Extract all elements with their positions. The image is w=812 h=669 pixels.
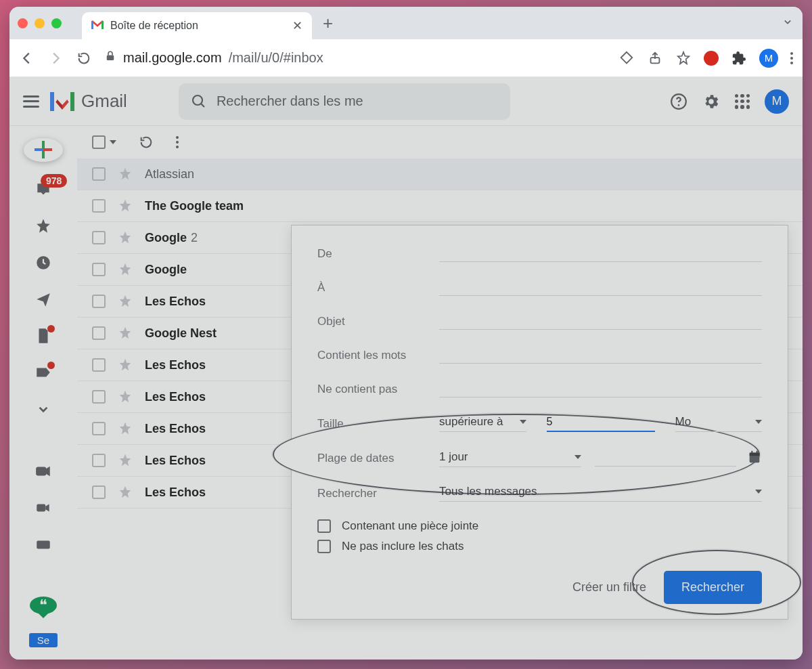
has-words-input[interactable] — [439, 347, 762, 364]
row-checkbox[interactable] — [92, 231, 106, 244]
bookmark-star-icon[interactable] — [675, 50, 692, 66]
extensions-puzzle-icon[interactable] — [731, 50, 747, 66]
row-checkbox[interactable] — [92, 167, 106, 181]
size-unit-select[interactable]: Mo — [675, 415, 763, 432]
daterange-input[interactable] — [595, 450, 737, 467]
compose-button[interactable] — [24, 138, 63, 162]
to-input[interactable] — [439, 280, 762, 296]
more-icon[interactable] — [34, 400, 53, 418]
select-all[interactable] — [92, 135, 116, 149]
row-star-icon[interactable] — [118, 389, 133, 404]
searchin-select[interactable]: Tous les messages — [439, 485, 762, 502]
row-checkbox[interactable] — [92, 485, 106, 499]
new-tab-button[interactable]: + — [323, 13, 333, 34]
menu-hamburger-icon[interactable] — [23, 95, 39, 108]
minimize-window[interactable] — [35, 18, 45, 28]
share-icon[interactable] — [647, 50, 663, 66]
mail-row[interactable]: Atlassian — [77, 158, 803, 190]
daterange-select[interactable]: 1 jour — [439, 450, 581, 467]
row-star-icon[interactable] — [118, 294, 133, 309]
row-checkbox[interactable] — [92, 422, 106, 435]
labels-icon[interactable] — [34, 364, 53, 381]
meet-camera-icon[interactable] — [34, 462, 53, 480]
tabs-dropdown-icon[interactable] — [781, 15, 794, 31]
hangouts-icon[interactable]: ❝ — [30, 597, 57, 614]
snoozed-icon[interactable] — [34, 254, 53, 272]
row-star-icon[interactable] — [118, 326, 133, 341]
sender: Google — [145, 263, 187, 277]
sender: Les Echos — [145, 358, 206, 372]
drafts-icon[interactable] — [34, 327, 53, 345]
close-tab-icon[interactable]: ✕ — [292, 18, 302, 33]
has-attachment-check[interactable]: Contenant une pièce jointe — [317, 519, 762, 533]
row-star-icon[interactable] — [118, 453, 133, 468]
daterange-label: Plage de dates — [317, 452, 439, 465]
keyboard-icon[interactable] — [34, 536, 53, 553]
row-star-icon[interactable] — [118, 262, 133, 277]
toolbar-right: M — [618, 49, 793, 68]
calendar-icon[interactable] — [747, 450, 762, 467]
extension-red-icon[interactable] — [704, 51, 719, 66]
row-checkbox[interactable] — [92, 358, 106, 372]
gmail-logo[interactable]: Gmail — [50, 91, 127, 112]
svg-rect-8 — [37, 468, 45, 475]
row-checkbox[interactable] — [92, 454, 106, 467]
size-op-select[interactable]: supérieure à — [439, 415, 526, 432]
sender: The Google team — [145, 199, 244, 213]
row-star-icon[interactable] — [118, 485, 133, 500]
gmail-logo-icon — [50, 92, 74, 111]
row-star-icon[interactable] — [118, 358, 133, 372]
browser-window: Boîte de réception ✕ + mail.google.com/m… — [9, 7, 803, 660]
row-star-icon[interactable] — [118, 230, 133, 245]
row-star-icon[interactable] — [118, 421, 133, 436]
svg-point-6 — [678, 104, 680, 106]
from-input[interactable] — [439, 246, 762, 262]
back-icon[interactable] — [19, 50, 35, 66]
exclude-chats-check[interactable]: Ne pas inclure les chats — [317, 540, 762, 553]
settings-gear-icon[interactable] — [702, 93, 720, 110]
close-window[interactable] — [18, 18, 28, 28]
row-star-icon[interactable] — [118, 198, 133, 213]
apps-grid-icon[interactable] — [735, 94, 750, 109]
reader-mode-icon[interactable] — [618, 50, 635, 66]
sender: Les Echos — [145, 485, 206, 500]
row-checkbox[interactable] — [92, 295, 106, 308]
account-avatar[interactable]: M — [765, 89, 789, 114]
se-button[interactable]: Se — [29, 633, 58, 647]
starred-icon[interactable] — [34, 217, 53, 235]
plus-icon — [35, 141, 52, 158]
list-more-icon[interactable] — [176, 136, 179, 148]
help-icon[interactable] — [670, 93, 687, 110]
subject-label: Objet — [317, 315, 439, 328]
forward-icon[interactable] — [47, 50, 64, 66]
row-checkbox[interactable] — [92, 326, 106, 340]
inbox-icon[interactable]: 978 — [34, 181, 53, 198]
browser-tab[interactable]: Boîte de réception ✕ — [82, 12, 312, 39]
gmail-header: Gmail Rechercher dans les me M — [9, 77, 803, 126]
sidebar: 978 ❝ Se — [9, 126, 77, 660]
list-toolbar — [77, 126, 803, 158]
row-checkbox[interactable] — [92, 199, 106, 213]
row-star-icon[interactable] — [118, 167, 133, 181]
size-label: Taille — [317, 417, 439, 431]
not-has-input[interactable] — [439, 381, 762, 397]
search-box[interactable]: Rechercher dans les me — [179, 83, 510, 120]
create-filter-link[interactable]: Créer un filtre — [572, 580, 646, 595]
browser-menu-icon[interactable] — [790, 52, 793, 64]
refresh-icon[interactable] — [138, 134, 154, 150]
size-value-input[interactable]: 5 — [547, 416, 655, 432]
mail-row[interactable]: The Google team — [77, 190, 803, 222]
reload-icon[interactable] — [76, 50, 92, 66]
subject-input[interactable] — [439, 314, 762, 330]
row-checkbox[interactable] — [92, 390, 106, 404]
svg-rect-13 — [751, 451, 752, 454]
row-checkbox[interactable] — [92, 263, 106, 276]
url-bar[interactable]: mail.google.com/mail/u/0/#inbox — [104, 50, 606, 66]
search-filter-panel: De À Objet Contient les mots Ne contient… — [291, 225, 788, 620]
svg-rect-10 — [37, 541, 50, 549]
meet-camera-solid-icon[interactable] — [34, 499, 53, 517]
sent-icon[interactable] — [34, 290, 53, 308]
maximize-window[interactable] — [51, 18, 62, 28]
search-button[interactable]: Rechercher — [664, 571, 762, 604]
profile-avatar[interactable]: M — [759, 49, 778, 68]
